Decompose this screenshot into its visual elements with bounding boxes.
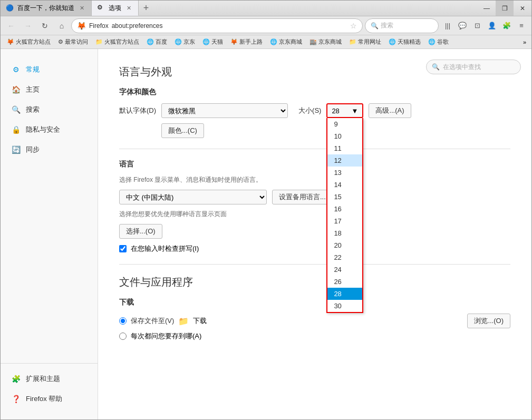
- sidebar-item-home[interactable]: 🏠 主页: [1, 80, 98, 100]
- bookmark-most-visited-label: 最常访问: [65, 38, 88, 46]
- bookmark-jd1-icon: 🌐: [175, 38, 182, 45]
- bookmark-jd2[interactable]: 🌐 京东商城: [267, 37, 305, 47]
- sidebar-item-privacy[interactable]: 🔒 隐私与安全: [1, 120, 98, 140]
- bookmark-tianmao[interactable]: 🌐 天猫: [199, 37, 226, 47]
- spellcheck-row: 在您输入时检查拼写(I): [119, 244, 510, 253]
- sidebar-item-sync[interactable]: 🔄 同步: [1, 140, 98, 160]
- ask-each-radio[interactable]: [119, 333, 127, 340]
- lang-select[interactable]: 中文 (中国大陆): [119, 190, 267, 204]
- default-font-label: 默认字体(D): [119, 106, 156, 115]
- home-button[interactable]: ⌂: [54, 18, 69, 33]
- window-close[interactable]: ✕: [514, 1, 531, 16]
- save-to-row: 保存文件至(V) 📁 下载 浏览...(O): [119, 314, 510, 328]
- bookmarks-more[interactable]: »: [521, 38, 528, 46]
- bookmark-google[interactable]: 🌐 谷歌: [425, 37, 452, 47]
- size-option-20[interactable]: 20: [327, 239, 362, 251]
- bookmark-most-visited[interactable]: ⚙ 最常访问: [55, 37, 91, 47]
- bookmark-star[interactable]: ☆: [350, 22, 357, 30]
- address-bar[interactable]: 🦊 Firefox about:preferences ☆: [71, 18, 363, 33]
- sidebar-item-help-label: Firefox 帮助: [26, 394, 62, 404]
- size-option-18[interactable]: 18: [327, 227, 362, 239]
- pref-search-box[interactable]: 🔍 在选项中查找: [426, 60, 521, 74]
- color-row: 颜色...(C): [119, 123, 510, 138]
- size-option-9[interactable]: 9: [327, 118, 362, 130]
- library-button[interactable]: |||: [441, 19, 454, 33]
- search-placeholder: 搜索: [381, 21, 393, 30]
- sidebar-item-general[interactable]: ⚙ 常规: [1, 60, 98, 80]
- size-option-13[interactable]: 13: [327, 167, 362, 179]
- save-to-radio[interactable]: [119, 317, 127, 325]
- size-option-15[interactable]: 15: [327, 191, 362, 203]
- sidebar-item-sync-label: 同步: [26, 145, 40, 154]
- sidebar-item-general-label: 常规: [26, 65, 40, 74]
- advanced-btn[interactable]: 高级...(A): [369, 103, 411, 118]
- profile-button[interactable]: 👤: [485, 19, 499, 33]
- chat-button[interactable]: 💬: [456, 19, 469, 33]
- size-option-24[interactable]: 24: [327, 263, 362, 276]
- size-select-trigger[interactable]: 28 ▼: [326, 103, 363, 118]
- screenshot-button[interactable]: ⊡: [470, 19, 484, 33]
- forward-button[interactable]: →: [21, 18, 35, 33]
- tab-baidu-close[interactable]: ✕: [78, 4, 86, 13]
- window-maximize[interactable]: ❐: [496, 1, 514, 16]
- sidebar-item-extensions[interactable]: 🧩 扩展和主题: [1, 369, 98, 389]
- size-dropdown[interactable]: 9101112131415161718202224262830: [326, 118, 363, 313]
- bookmark-google-icon: 🌐: [428, 38, 436, 45]
- window-minimize[interactable]: —: [478, 1, 496, 16]
- navigation-bar: ← → ↻ ⌂ 🦊 Firefox about:preferences ☆ 🔍 …: [1, 16, 531, 35]
- tab-new-button[interactable]: +: [139, 1, 153, 16]
- save-folder-label: 下载: [193, 316, 207, 326]
- bookmark-huohu2[interactable]: 📁 火狐官方站点: [92, 37, 142, 47]
- bookmark-huohu1[interactable]: 🦊 火狐官方站点: [4, 37, 54, 47]
- window-controls: — ❐ ✕: [478, 1, 531, 16]
- bookmark-newbie[interactable]: 🦊 新手上路: [227, 37, 266, 47]
- size-option-11[interactable]: 11: [327, 142, 362, 154]
- back-button[interactable]: ←: [4, 18, 18, 33]
- size-option-16[interactable]: 16: [327, 203, 362, 215]
- bookmark-tmall-label: 天猫精选: [398, 38, 421, 46]
- spellcheck-checkbox[interactable]: [119, 245, 127, 252]
- bookmark-jd1[interactable]: 🌐 京东: [171, 37, 198, 47]
- bookmark-tmall[interactable]: 🌐 天猫精选: [385, 37, 424, 47]
- tab-preferences-close[interactable]: ✕: [124, 4, 133, 12]
- sidebar-item-home-label: 主页: [26, 85, 40, 94]
- size-option-17[interactable]: 17: [327, 215, 362, 227]
- font-select[interactable]: 微软雅黑: [161, 103, 288, 118]
- home-icon: 🏠: [11, 85, 21, 94]
- addons-button[interactable]: 🧩: [500, 19, 514, 33]
- bookmark-google-label: 谷歌: [437, 38, 449, 46]
- search-bar[interactable]: 🔍 搜索: [365, 18, 439, 33]
- browse-btn[interactable]: 浏览...(O): [467, 314, 510, 328]
- save-to-label: 保存文件至(V): [131, 316, 174, 326]
- refresh-button[interactable]: ↻: [37, 18, 52, 33]
- size-option-26[interactable]: 26: [327, 276, 362, 288]
- tab-preferences[interactable]: ⚙ 选项 ✕: [92, 1, 139, 16]
- bookmark-jd3[interactable]: 🏬 京东商城: [306, 37, 345, 47]
- bookmark-jd3-icon: 🏬: [309, 38, 317, 45]
- size-option-22[interactable]: 22: [327, 251, 362, 263]
- choose-btn[interactable]: 选择...(O): [119, 224, 162, 239]
- bookmark-common[interactable]: 📁 常用网址: [346, 37, 384, 47]
- sync-icon: 🔄: [11, 145, 21, 154]
- section-title-files: 文件与应用程序: [119, 275, 510, 289]
- size-option-14[interactable]: 14: [327, 179, 362, 191]
- size-option-28[interactable]: 28: [327, 288, 362, 300]
- bookmark-huohu2-label: 火狐官方站点: [104, 38, 139, 46]
- lang-title: 语言: [119, 160, 510, 169]
- sidebar-item-help[interactable]: ❓ Firefox 帮助: [1, 389, 98, 409]
- bookmark-baidu-icon: 🌐: [147, 38, 154, 45]
- size-option-10[interactable]: 10: [327, 130, 362, 142]
- extensions-icon: 🧩: [11, 374, 21, 384]
- bookmark-jd3-label: 京东商城: [318, 38, 342, 46]
- color-btn[interactable]: 颜色...(C): [161, 123, 204, 138]
- titlebar: 🔵 百度一下，你就知道 ✕ ⚙ 选项 ✕ + — ❐ ✕: [1, 1, 531, 16]
- menu-button[interactable]: ≡: [515, 19, 528, 33]
- size-option-30[interactable]: 30: [327, 300, 362, 312]
- size-option-12[interactable]: 12: [327, 154, 362, 167]
- preferences-content: 🔍 在选项中查找 语言与外观 字体和颜色 默认字体(D) 微软雅黑 大小(S) …: [98, 49, 531, 419]
- tab-baidu[interactable]: 🔵 百度一下，你就知道 ✕: [1, 1, 92, 16]
- bookmark-baidu[interactable]: 🌐 百度: [143, 37, 170, 47]
- sidebar-item-extensions-label: 扩展和主题: [26, 374, 60, 384]
- lang-set-btn[interactable]: 设置备用语言...: [272, 190, 333, 204]
- sidebar-item-search[interactable]: 🔍 搜索: [1, 100, 98, 120]
